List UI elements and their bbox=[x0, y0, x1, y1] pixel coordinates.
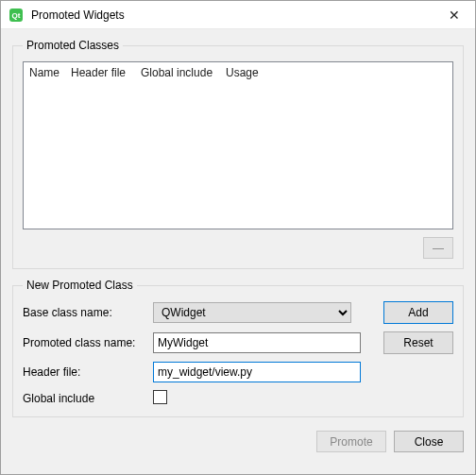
col-name[interactable]: Name bbox=[24, 62, 65, 83]
global-include-checkbox[interactable] bbox=[153, 390, 167, 404]
col-global-include[interactable]: Global include bbox=[135, 62, 220, 83]
titlebar: Qt Promoted Widgets ✕ bbox=[1, 1, 475, 29]
close-dialog-button[interactable]: Close bbox=[394, 431, 464, 452]
table-header-row: Name Header file Global include Usage bbox=[24, 62, 452, 83]
promoted-class-label: Promoted class name: bbox=[23, 336, 145, 349]
dialog-footer: Promote Close bbox=[12, 427, 464, 452]
remove-button: — bbox=[423, 237, 453, 259]
header-file-cell bbox=[153, 362, 361, 382]
new-class-form: Base class name: QWidget Add Promoted cl… bbox=[23, 301, 453, 407]
promoted-classes-group: Promoted Classes Name Header file Global… bbox=[12, 39, 464, 269]
header-file-input[interactable] bbox=[153, 362, 361, 382]
promote-button: Promote bbox=[316, 431, 386, 452]
promoted-classes-table[interactable]: Name Header file Global include Usage bbox=[23, 61, 453, 229]
global-include-cell bbox=[153, 390, 361, 407]
client-area: Promoted Classes Name Header file Global… bbox=[1, 29, 475, 474]
new-promoted-class-legend: New Promoted Class bbox=[23, 279, 137, 292]
app-icon: Qt bbox=[8, 8, 24, 23]
base-class-label: Base class name: bbox=[23, 306, 145, 319]
base-class-select[interactable]: QWidget bbox=[153, 302, 351, 323]
global-include-label: Global include bbox=[23, 392, 145, 405]
remove-icon: — bbox=[433, 242, 444, 255]
add-cell: Add bbox=[368, 301, 453, 324]
window-title: Promoted Widgets bbox=[31, 8, 433, 22]
close-button[interactable]: ✕ bbox=[433, 1, 475, 28]
base-class-cell: QWidget bbox=[153, 302, 361, 323]
col-usage[interactable]: Usage bbox=[220, 62, 452, 83]
promoted-classes-actions: — bbox=[23, 237, 453, 259]
add-button[interactable]: Add bbox=[383, 301, 453, 324]
dialog-window: Qt Promoted Widgets ✕ Promoted Classes N… bbox=[0, 0, 476, 475]
svg-text:Qt: Qt bbox=[12, 11, 21, 20]
reset-cell: Reset bbox=[368, 331, 453, 354]
close-icon: ✕ bbox=[449, 8, 460, 23]
new-promoted-class-group: New Promoted Class Base class name: QWid… bbox=[12, 279, 464, 417]
promoted-class-input[interactable] bbox=[153, 332, 361, 353]
header-file-label: Header file: bbox=[23, 365, 145, 379]
reset-button[interactable]: Reset bbox=[383, 331, 453, 354]
promoted-classes-legend: Promoted Classes bbox=[23, 39, 123, 52]
promoted-class-cell bbox=[153, 332, 361, 353]
col-header-file[interactable]: Header file bbox=[65, 62, 135, 83]
